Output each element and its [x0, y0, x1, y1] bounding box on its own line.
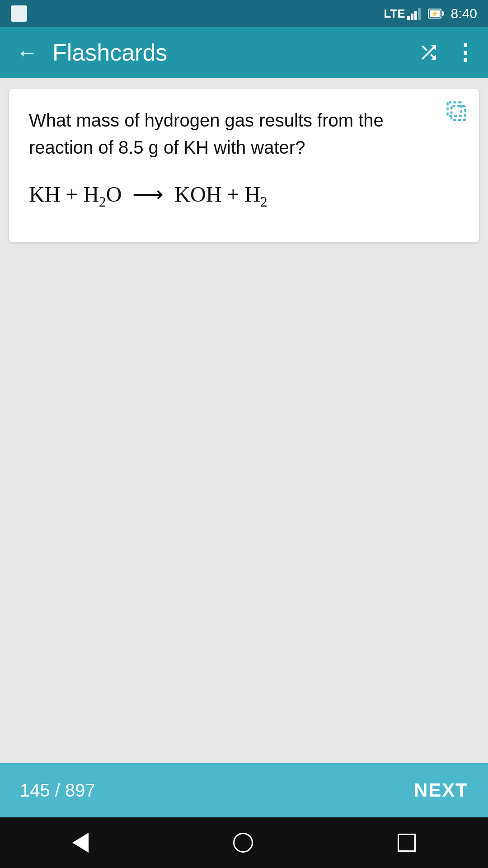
back-nav-icon: [72, 833, 89, 853]
status-bar-left: [11, 5, 27, 22]
app-notification-icon: [11, 5, 27, 22]
app-bar-actions: ⋮: [418, 40, 475, 65]
battery-icon: ⚡: [428, 9, 441, 19]
card-question: What mass of hydrogen gas results from t…: [29, 107, 459, 161]
nav-back-button[interactable]: [45, 826, 116, 860]
card-equation: KH + H2O ⟶ KOH + H2: [29, 179, 459, 209]
nav-bar: [0, 817, 488, 868]
home-nav-icon: [233, 833, 253, 853]
signal-bar-3: [414, 11, 417, 20]
lte-icon: LTE: [384, 7, 420, 21]
more-options-button[interactable]: ⋮: [454, 40, 475, 65]
recent-nav-icon: [398, 834, 416, 852]
back-button[interactable]: ←: [13, 37, 42, 69]
status-bar: LTE ⚡ 8:40: [0, 0, 488, 27]
battery-bolt-icon: ⚡: [431, 10, 438, 17]
copy-cards-icon: [445, 99, 468, 123]
signal-bar-1: [407, 16, 410, 20]
back-arrow-icon: ←: [16, 40, 38, 65]
shuffle-icon: [418, 42, 440, 63]
svg-rect-0: [448, 103, 461, 116]
flashcard[interactable]: What mass of hydrogen gas results from t…: [9, 89, 479, 242]
card-copy-button[interactable]: [445, 99, 468, 125]
card-counter: 145 / 897: [20, 780, 95, 801]
app-title: Flashcards: [52, 39, 418, 66]
app-bar: ← Flashcards ⋮: [0, 27, 488, 78]
svg-rect-1: [451, 106, 465, 120]
main-content: What mass of hydrogen gas results from t…: [0, 78, 488, 763]
signal-bars: [407, 7, 421, 20]
battery-nub: [442, 11, 444, 16]
status-bar-right: LTE ⚡ 8:40: [384, 6, 477, 21]
signal-bar-4: [418, 8, 421, 20]
shuffle-button[interactable]: [418, 42, 440, 63]
equation-text: KH + H2O ⟶ KOH + H2: [29, 182, 267, 206]
nav-home-button[interactable]: [206, 826, 280, 860]
next-button[interactable]: NEXT: [414, 779, 468, 801]
battery-container: ⚡: [428, 9, 444, 19]
nav-recent-button[interactable]: [371, 826, 443, 859]
signal-bar-2: [411, 14, 413, 20]
more-vertical-icon: ⋮: [454, 41, 475, 65]
time-display: 8:40: [451, 6, 477, 21]
bottom-bar: 145 / 897 NEXT: [0, 763, 488, 817]
